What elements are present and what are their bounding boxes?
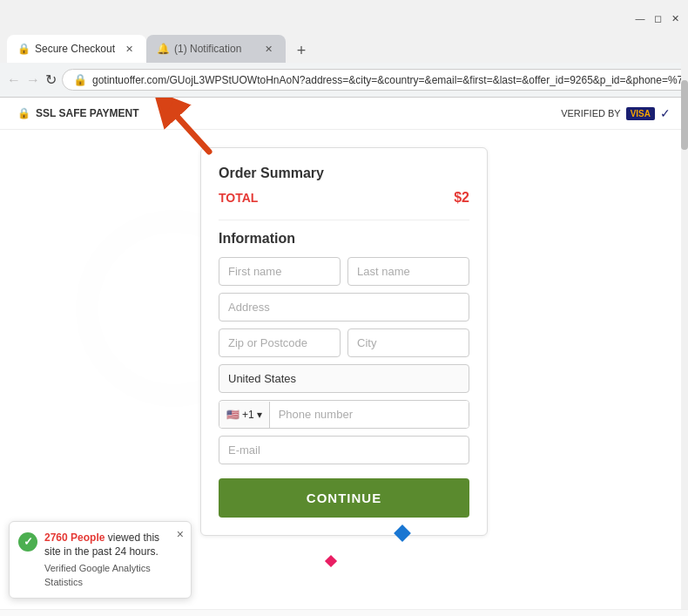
country-row: United States	[219, 364, 469, 393]
address-bar[interactable]: 🔒 gotintuoffer.com/GUojL3WPStUOWtoHnAoN?…	[62, 69, 688, 91]
tab-secure-checkout[interactable]: 🔒 Secure Checkout ✕	[7, 35, 146, 63]
lock-ssl-icon: 🔒	[17, 107, 30, 119]
email-row	[219, 436, 469, 464]
minimize-btn[interactable]: —	[634, 12, 646, 24]
order-summary-title: Order Summary	[219, 166, 469, 181]
country-select[interactable]: United States	[219, 364, 469, 393]
city-input[interactable]	[347, 328, 469, 357]
ssl-label: SSL SAFE PAYMENT	[36, 107, 138, 119]
section-divider	[219, 220, 469, 220]
flag-emoji: 🇺🇸	[226, 409, 239, 421]
phone-row: 🇺🇸 +1 ▾	[219, 400, 469, 429]
total-value: $2	[454, 190, 469, 206]
address-url: gotintuoffer.com/GUojL3WPStUOWtoHnAoN?ad…	[92, 74, 688, 86]
order-summary: Order Summary TOTAL $2	[219, 166, 469, 206]
zip-input[interactable]	[219, 328, 341, 357]
popup-verified-text: Verified Google Analytics Statistics	[44, 562, 165, 589]
address-row	[219, 293, 469, 322]
verified-label: VERIFIED BY	[561, 108, 620, 118]
tab-title-1: Secure Checkout	[35, 43, 115, 55]
tab-favicon-1: 🔒	[17, 43, 30, 55]
checkmark-icon: ✓	[660, 106, 671, 120]
about-section: ABOUT OUR SHOPPING EXPERIENCE	[0, 609, 688, 616]
continue-button[interactable]: CONTINUE	[219, 478, 469, 518]
ssl-left: 🔒 SSL SAFE PAYMENT	[17, 107, 138, 119]
browser-chrome: — ◻ ✕ 🔒 Secure Checkout ✕ 🔔 (1) Notifica…	[0, 0, 688, 98]
form-card: Order Summary TOTAL $2 Information	[200, 147, 488, 536]
tab-title-2: (1) Notification	[174, 43, 241, 55]
page-content: 🔒 SSL SAFE PAYMENT VERIFIED BY VISA ✓ TM	[0, 98, 688, 616]
scrollbar[interactable]	[681, 63, 688, 616]
first-name-input[interactable]	[219, 257, 341, 286]
popup-text: 2760 People viewed this site in the past…	[44, 531, 165, 589]
title-bar: — ◻ ✕	[0, 0, 688, 31]
back-button[interactable]: ←	[7, 68, 21, 92]
tab-close-1[interactable]: ✕	[122, 42, 136, 56]
close-btn[interactable]: ✕	[669, 12, 681, 24]
tab-close-2[interactable]: ✕	[261, 42, 275, 56]
visa-logo: VISA	[626, 107, 655, 120]
pink-diamond-decoration	[325, 555, 337, 567]
email-input[interactable]	[219, 436, 469, 464]
information-title: Information	[219, 231, 469, 247]
reload-button[interactable]: ↻	[45, 68, 57, 92]
lock-icon: 🔒	[73, 73, 87, 86]
ssl-header: 🔒 SSL SAFE PAYMENT VERIFIED BY VISA ✓	[0, 98, 688, 130]
zip-city-row	[219, 328, 469, 357]
restore-btn[interactable]: ◻	[651, 12, 664, 24]
forward-button[interactable]: →	[26, 68, 40, 92]
tab-notification[interactable]: 🔔 (1) Notification ✕	[146, 35, 286, 63]
dropdown-icon: ▾	[257, 409, 262, 421]
name-row	[219, 257, 469, 286]
total-row: TOTAL $2	[219, 190, 469, 206]
total-label: TOTAL	[219, 191, 258, 205]
window-controls: — ◻ ✕	[634, 12, 681, 24]
phone-input[interactable]	[270, 401, 469, 428]
phone-code: +1	[242, 409, 254, 421]
notification-popup: × 2760 People viewed this site in the pa…	[9, 521, 192, 599]
nav-bar: ← → ↻ 🔒 gotintuoffer.com/GUojL3WPStUOWto…	[0, 63, 688, 98]
tab-favicon-2: 🔔	[157, 43, 169, 55]
last-name-input[interactable]	[347, 257, 469, 286]
people-count: 2760 People	[44, 531, 108, 544]
new-tab-button[interactable]: +	[289, 38, 314, 63]
tabs-row: 🔒 Secure Checkout ✕ 🔔 (1) Notification ✕…	[0, 31, 688, 63]
scrollbar-thumb[interactable]	[681, 80, 688, 150]
popup-close-button[interactable]: ×	[177, 527, 184, 541]
address-input[interactable]	[219, 293, 469, 322]
verified-right: VERIFIED BY VISA ✓	[561, 106, 671, 120]
info-section: Information United States	[219, 231, 469, 518]
phone-flag[interactable]: 🇺🇸 +1 ▾	[219, 402, 270, 428]
popup-checkmark-icon	[18, 532, 37, 552]
